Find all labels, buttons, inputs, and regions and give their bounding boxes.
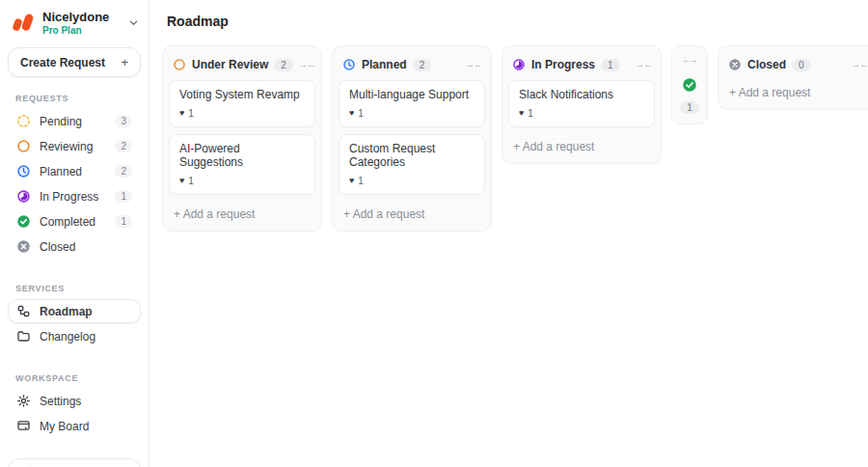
count-badge: 2 xyxy=(115,140,132,152)
vote-count: ♥ 1 xyxy=(349,108,475,119)
completed-status-icon xyxy=(682,77,697,93)
sidebar-item-label: Pending xyxy=(40,115,82,128)
vote-count: ♥ 1 xyxy=(349,176,475,186)
request-card-title: Custom Request Categories xyxy=(349,142,475,169)
gear-icon xyxy=(16,394,31,408)
column-header: Planned 2 →← xyxy=(339,52,485,80)
column-completed-collapsed: ←→ 1 xyxy=(671,45,708,124)
count-badge: 2 xyxy=(115,165,132,178)
main-content: Roadmap Under Review 2 →← Voting System … xyxy=(149,0,868,467)
collapse-column-icon[interactable]: →← xyxy=(636,60,651,69)
add-request-link[interactable]: + Add a request xyxy=(339,202,485,225)
column-count-badge: 2 xyxy=(274,59,293,71)
sidebar-item-label: Settings xyxy=(40,395,81,408)
add-request-link[interactable]: + Add a request xyxy=(724,80,868,103)
sidebar-item-label: Changelog xyxy=(40,330,95,343)
column-under-review: Under Review 2 →← Voting System Revamp ♥… xyxy=(162,45,322,232)
column-planned: Planned 2 →← Multi-language Support ♥ 1 … xyxy=(332,45,492,232)
column-count-badge: 1 xyxy=(680,101,699,114)
vote-count-value: 1 xyxy=(188,176,194,186)
page-title: Roadmap xyxy=(162,10,855,29)
sidebar-item-label: Completed xyxy=(40,215,95,229)
sidebar-item-roadmap[interactable]: Roadmap xyxy=(8,299,141,323)
request-card-title: Multi-language Support xyxy=(349,88,475,101)
column-count-badge: 1 xyxy=(601,59,620,71)
workspace-name: Nicelydone xyxy=(42,10,122,25)
column-closed: Closed 0 →← + Add a request xyxy=(718,45,868,110)
completed-status-icon xyxy=(16,214,31,229)
sidebar-item-settings[interactable]: Settings xyxy=(8,389,141,413)
requests-section-label: REQUESTS xyxy=(8,89,141,109)
vote-count-value: 1 xyxy=(358,176,364,186)
in-progress-status-icon xyxy=(512,58,526,71)
sidebar-item-completed[interactable]: Completed 1 xyxy=(8,209,141,234)
sidebar-item-changelog[interactable]: Changelog xyxy=(8,324,141,348)
reviewing-status-icon xyxy=(16,139,31,153)
heart-icon: ♥ xyxy=(349,177,354,185)
create-request-button[interactable]: Create Request + xyxy=(8,47,141,77)
in-progress-status-icon xyxy=(16,189,31,204)
column-header: In Progress 1 →← xyxy=(508,52,655,80)
request-card[interactable]: Voting System Revamp ♥ 1 xyxy=(169,80,315,127)
roadmap-icon xyxy=(16,304,31,318)
request-card[interactable]: Slack Notifications ♥ 1 xyxy=(508,80,655,127)
sidebar-item-pending[interactable]: Pending 3 xyxy=(8,109,141,133)
heart-icon: ♥ xyxy=(179,177,184,185)
vote-count-value: 1 xyxy=(528,108,533,119)
column-title: Planned xyxy=(362,58,407,71)
plus-icon: + xyxy=(121,55,128,69)
changelog-folder-icon xyxy=(16,329,31,343)
sidebar: Nicelydone Pro Plan Create Request + REQ… xyxy=(0,0,149,467)
column-header: Under Review 2 →← xyxy=(169,52,315,80)
sidebar-item-closed[interactable]: Closed xyxy=(8,234,141,259)
board-window-icon xyxy=(16,419,31,433)
vote-count-value: 1 xyxy=(188,108,194,119)
request-card[interactable]: Custom Request Categories ♥ 1 xyxy=(339,134,485,195)
heart-icon: ♥ xyxy=(519,109,524,118)
add-request-link[interactable]: + Add a request xyxy=(508,134,655,157)
sidebar-item-planned[interactable]: Planned 2 xyxy=(8,159,141,183)
sidebar-item-in-progress[interactable]: In Progress 1 xyxy=(8,184,141,208)
got-feedback-button[interactable]: Got Feedback? xyxy=(8,458,141,467)
request-card-title: Voting System Revamp xyxy=(179,88,305,101)
request-card[interactable]: Multi-language Support ♥ 1 xyxy=(339,80,485,127)
count-badge: 3 xyxy=(115,115,132,127)
collapse-column-icon[interactable]: →← xyxy=(852,60,867,69)
vote-count-value: 1 xyxy=(358,108,364,119)
expand-column-icon[interactable]: ←→ xyxy=(682,55,697,65)
planned-status-icon xyxy=(342,58,356,71)
workspace-switcher[interactable]: Nicelydone Pro Plan xyxy=(8,8,141,45)
request-card-title: Slack Notifications xyxy=(519,88,644,101)
count-badge: 1 xyxy=(115,215,132,228)
nicelydone-logo-icon xyxy=(10,10,36,36)
collapse-column-icon[interactable]: →← xyxy=(299,60,314,69)
column-in-progress: In Progress 1 →← Slack Notifications ♥ 1… xyxy=(502,45,662,164)
sidebar-item-label: Closed xyxy=(40,240,75,254)
sidebar-item-label: My Board xyxy=(40,420,89,433)
workspace-plan: Pro Plan xyxy=(42,25,122,36)
services-section-label: SERVICES xyxy=(8,279,141,299)
closed-status-icon xyxy=(728,58,742,71)
sidebar-item-my-board[interactable]: My Board xyxy=(8,414,141,438)
column-count-badge: 2 xyxy=(413,59,432,71)
collapse-column-icon[interactable]: →← xyxy=(466,60,481,69)
sidebar-item-reviewing[interactable]: Reviewing 2 xyxy=(8,134,141,158)
workspace-section-label: WORKSPACE xyxy=(8,369,141,389)
request-card-title: AI-Powered Suggestions xyxy=(179,142,305,169)
add-request-link[interactable]: + Add a request xyxy=(169,202,315,225)
chevron-down-icon xyxy=(128,17,139,28)
roadmap-board: Under Review 2 →← Voting System Revamp ♥… xyxy=(162,45,855,232)
sidebar-item-label: Roadmap xyxy=(40,305,93,318)
column-header: Closed 0 →← xyxy=(724,52,868,80)
heart-icon: ♥ xyxy=(179,109,184,118)
sidebar-item-label: Reviewing xyxy=(40,140,93,153)
heart-icon: ♥ xyxy=(349,109,354,118)
closed-status-icon xyxy=(16,239,31,254)
pending-status-icon xyxy=(16,114,31,128)
column-title: In Progress xyxy=(531,58,595,71)
request-card[interactable]: AI-Powered Suggestions ♥ 1 xyxy=(169,134,315,195)
vote-count: ♥ 1 xyxy=(179,176,305,186)
column-title: Under Review xyxy=(192,58,268,71)
column-count-badge: 0 xyxy=(792,59,811,71)
create-request-label: Create Request xyxy=(20,56,105,69)
